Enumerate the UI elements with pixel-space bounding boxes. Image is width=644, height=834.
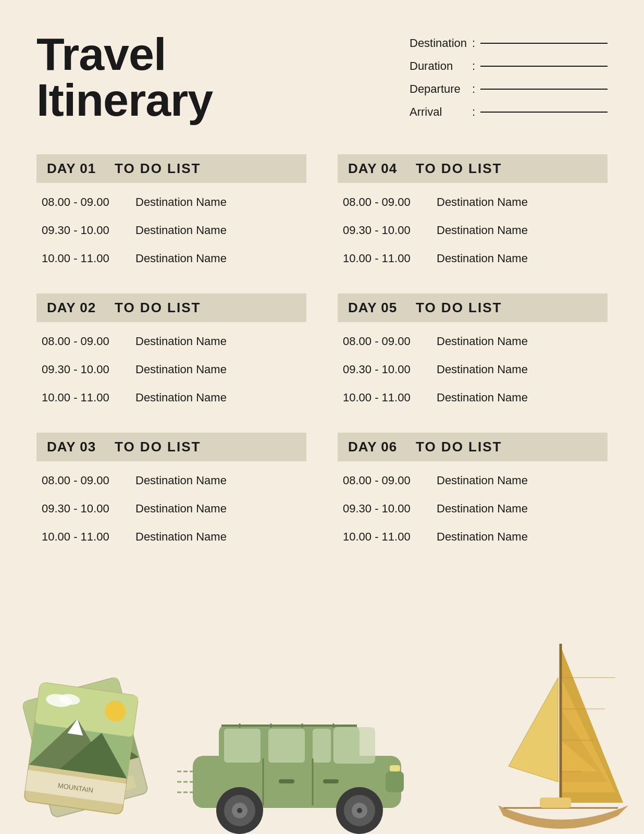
destination-colon: : [472,36,475,50]
day-label-day03: DAY 03 [47,439,115,455]
item-destination: Destination Name [135,391,227,404]
item-destination: Destination Name [135,224,227,237]
destination-row: Destination : [410,36,608,50]
list-item: 09.30 - 10.00Destination Name [36,216,306,244]
list-item: 09.30 - 10.00Destination Name [36,355,306,384]
item-destination: Destination Name [437,224,528,237]
day-block-day05: DAY 05TO DO LIST08.00 - 09.00Destination… [338,293,608,412]
item-destination: Destination Name [135,252,227,265]
departure-row: Departure : [410,82,608,96]
item-destination: Destination Name [135,530,227,544]
todo-label-day01: TO DO LIST [115,161,201,177]
day-header-day04: DAY 04TO DO LIST [338,154,608,183]
list-item: 08.00 - 09.00Destination Name [338,188,608,216]
duration-row: Duration : [410,59,608,73]
day-label-day06: DAY 06 [348,439,416,455]
svg-rect-26 [313,729,331,763]
arrival-colon: : [472,105,475,119]
days-grid: DAY 01TO DO LIST08.00 - 09.00Destination… [36,154,608,551]
item-time: 09.30 - 10.00 [343,502,437,516]
day-block-day06: DAY 06TO DO LIST08.00 - 09.00Destination… [338,433,608,551]
arrival-label: Arrival [410,105,467,119]
item-time: 10.00 - 11.00 [343,530,437,544]
illustrations: MOUNTAIN [0,636,644,834]
page-title: Travel Itinerary [36,31,213,123]
list-item: 10.00 - 11.00Destination Name [36,384,306,412]
header: Travel Itinerary Destination : Duration … [36,31,608,128]
item-time: 09.30 - 10.00 [343,363,437,376]
item-destination: Destination Name [437,474,528,487]
arrival-line [480,112,608,113]
item-time: 10.00 - 11.00 [42,530,135,544]
list-item: 08.00 - 09.00Destination Name [338,467,608,495]
item-time: 09.30 - 10.00 [343,224,437,237]
day-block-day02: DAY 02TO DO LIST08.00 - 09.00Destination… [36,293,306,412]
item-destination: Destination Name [135,195,227,209]
day-label-day02: DAY 02 [47,300,115,316]
list-item: 09.30 - 10.00Destination Name [338,355,608,384]
todo-label-day03: TO DO LIST [115,439,201,455]
todo-label-day06: TO DO LIST [416,439,502,455]
list-item: 10.00 - 11.00Destination Name [338,244,608,273]
list-item: 08.00 - 09.00Destination Name [36,327,306,355]
item-time: 10.00 - 11.00 [42,252,135,265]
svg-point-40 [357,808,362,813]
page: Travel Itinerary Destination : Duration … [0,0,644,834]
departure-line [480,89,608,90]
item-destination: Destination Name [437,363,528,376]
day-block-day04: DAY 04TO DO LIST08.00 - 09.00Destination… [338,154,608,273]
item-time: 08.00 - 09.00 [42,474,135,487]
day-label-day04: DAY 04 [348,161,416,177]
day-header-day06: DAY 06TO DO LIST [338,433,608,461]
svg-rect-32 [390,765,400,771]
svg-rect-23 [333,727,375,764]
item-destination: Destination Name [437,252,528,265]
item-destination: Destination Name [437,530,528,544]
todo-label-day04: TO DO LIST [416,161,502,177]
duration-colon: : [472,59,475,73]
list-item: 09.30 - 10.00Destination Name [338,216,608,244]
car-illustration [177,678,417,834]
todo-label-day02: TO DO LIST [115,300,201,316]
list-item: 08.00 - 09.00Destination Name [36,188,306,216]
item-time: 08.00 - 09.00 [343,335,437,348]
list-item: 10.00 - 11.00Destination Name [338,523,608,551]
item-destination: Destination Name [135,474,227,487]
departure-label: Departure [410,82,467,96]
day-block-day01: DAY 01TO DO LIST08.00 - 09.00Destination… [36,154,306,273]
duration-label: Duration [410,59,467,73]
day-header-day02: DAY 02TO DO LIST [36,293,306,322]
svg-marker-58 [509,678,558,782]
item-time: 08.00 - 09.00 [42,335,135,348]
day-label-day01: DAY 01 [47,161,115,177]
item-time: 10.00 - 11.00 [42,391,135,404]
item-destination: Destination Name [437,502,528,516]
item-time: 09.30 - 10.00 [42,363,135,376]
item-destination: Destination Name [437,195,528,209]
item-destination: Destination Name [437,391,528,404]
svg-point-36 [237,808,242,813]
item-time: 10.00 - 11.00 [343,391,437,404]
day-header-day05: DAY 05TO DO LIST [338,293,608,322]
item-time: 09.30 - 10.00 [42,502,135,516]
day-header-day01: DAY 01TO DO LIST [36,154,306,183]
item-destination: Destination Name [437,335,528,348]
list-item: 08.00 - 09.00Destination Name [338,327,608,355]
day-block-day03: DAY 03TO DO LIST08.00 - 09.00Destination… [36,433,306,551]
departure-colon: : [472,82,475,96]
item-destination: Destination Name [135,502,227,516]
list-item: 08.00 - 09.00Destination Name [36,467,306,495]
destination-line [480,43,608,44]
svg-rect-25 [268,729,305,763]
boat-illustration [477,636,644,834]
destination-label: Destination [410,36,467,50]
list-item: 09.30 - 10.00Destination Name [338,495,608,523]
svg-rect-31 [386,771,404,792]
item-destination: Destination Name [135,335,227,348]
svg-rect-30 [323,779,339,783]
list-item: 10.00 - 11.00Destination Name [36,523,306,551]
item-destination: Destination Name [135,363,227,376]
title-block: Travel Itinerary [36,31,213,123]
svg-rect-29 [279,779,294,783]
item-time: 10.00 - 11.00 [343,252,437,265]
